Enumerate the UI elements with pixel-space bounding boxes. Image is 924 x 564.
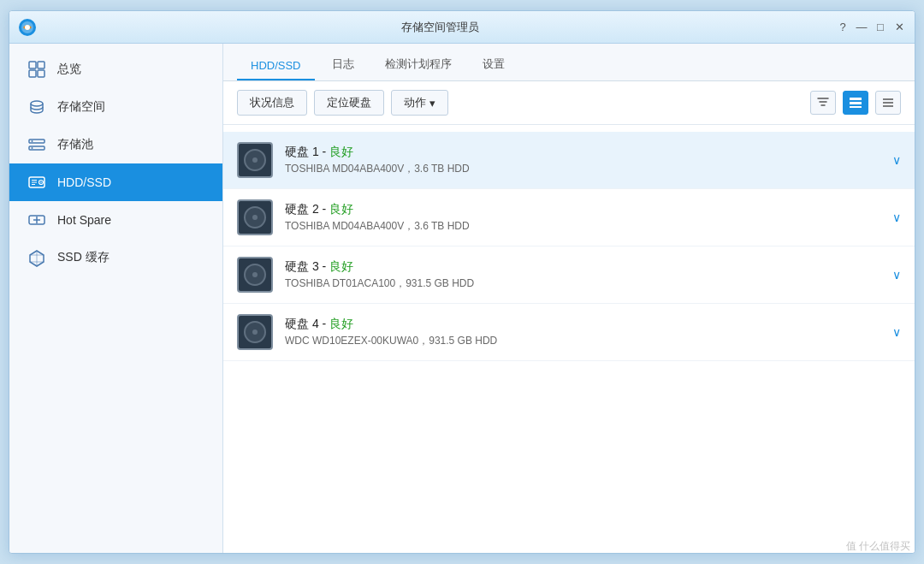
disk-info-2: 硬盘 2 - 良好 TOSHIBA MD04ABA400V，3.6 TB HDD xyxy=(285,202,886,234)
disk-status-3: 良好 xyxy=(329,259,353,273)
disk-info-3: 硬盘 3 - 良好 TOSHIBA DT01ACA100，931.5 GB HD… xyxy=(285,259,886,291)
sidebar-storage-pool-label: 存储池 xyxy=(57,137,93,152)
sidebar-overview-label: 总览 xyxy=(57,62,81,77)
sidebar-item-overview[interactable]: 总览 xyxy=(9,50,222,88)
maximize-button[interactable]: □ xyxy=(874,21,887,34)
disk-icon-dot-4 xyxy=(252,329,258,335)
sidebar-ssd-cache-label: SSD 缓存 xyxy=(57,250,110,265)
disk-icon-4 xyxy=(237,314,273,350)
disk-status-4: 良好 xyxy=(329,317,353,330)
sidebar-item-hot-spare[interactable]: Hot Spare xyxy=(9,201,222,239)
tab-detect-plan[interactable]: 检测计划程序 xyxy=(371,50,465,80)
disk-model-2: TOSHIBA MD04ABA400V，3.6 TB HDD xyxy=(285,219,886,234)
main-area: 总览 存储空间 xyxy=(9,44,915,553)
disk-list: 硬盘 1 - 良好 TOSHIBA MD04ABA400V，3.6 TB HDD… xyxy=(223,125,915,553)
disk-icon-3 xyxy=(237,257,273,293)
svg-point-11 xyxy=(32,147,33,149)
action-button[interactable]: 动作 ▾ xyxy=(391,90,448,116)
ssd-cache-icon xyxy=(27,247,47,268)
disk-icon-2 xyxy=(237,199,273,235)
sidebar-hdd-ssd-label: HDD/SSD xyxy=(57,175,111,189)
disk-item-1[interactable]: 硬盘 1 - 良好 TOSHIBA MD04ABA400V，3.6 TB HDD… xyxy=(223,132,915,189)
title-bar: 存储空间管理员 ? — □ ✕ xyxy=(9,11,915,44)
window-title: 存储空间管理员 xyxy=(44,20,836,35)
tab-settings[interactable]: 设置 xyxy=(469,50,518,80)
disk-separator-2: - xyxy=(323,202,330,216)
storage-space-icon xyxy=(27,97,47,117)
svg-rect-3 xyxy=(29,62,36,68)
disk-icon-dot-3 xyxy=(252,272,258,277)
disk-item-4[interactable]: 硬盘 4 - 良好 WDC WD10EZEX-00KUWA0，931.5 GB … xyxy=(223,304,915,361)
disk-status-2: 良好 xyxy=(329,202,353,216)
tab-log[interactable]: 日志 xyxy=(318,50,368,80)
locate-disk-button[interactable]: 定位硬盘 xyxy=(314,90,384,116)
list-view-button[interactable] xyxy=(843,91,868,115)
storage-pool-icon xyxy=(27,134,47,155)
disk-icon-inner-4 xyxy=(244,321,266,343)
minimize-button[interactable]: — xyxy=(855,21,868,34)
disk-icon-dot-2 xyxy=(252,215,258,220)
disk-name-3: 硬盘 3 xyxy=(285,259,319,273)
watermark: 值 什么值得买 xyxy=(846,539,910,554)
svg-point-2 xyxy=(25,25,30,30)
disk-info-1: 硬盘 1 - 良好 TOSHIBA MD04ABA400V，3.6 TB HDD xyxy=(285,145,886,176)
disk-chevron-4: ∨ xyxy=(892,325,901,339)
sidebar-item-hdd-ssd[interactable]: HDD/SSD xyxy=(9,163,222,201)
status-info-button[interactable]: 状况信息 xyxy=(237,90,307,116)
hdd-ssd-icon xyxy=(27,172,47,193)
disk-model-4: WDC WD10EZEX-00KUWA0，931.5 GB HDD xyxy=(285,334,886,348)
disk-status-1: 良好 xyxy=(329,145,353,158)
sidebar: 总览 存储空间 xyxy=(9,44,223,553)
disk-name-2: 硬盘 2 xyxy=(285,202,319,216)
disk-icon-inner-3 xyxy=(244,264,266,286)
disk-chevron-1: ∨ xyxy=(892,153,901,167)
svg-rect-27 xyxy=(850,106,862,108)
sidebar-item-storage-space[interactable]: 存储空间 xyxy=(9,88,222,126)
disk-icon-inner-1 xyxy=(244,149,266,171)
hot-spare-icon xyxy=(27,210,47,230)
sidebar-storage-space-label: 存储空间 xyxy=(57,99,105,115)
svg-rect-25 xyxy=(850,98,862,100)
main-window: 存储空间管理员 ? — □ ✕ 总览 xyxy=(9,10,915,554)
svg-point-10 xyxy=(32,140,33,142)
close-button[interactable]: ✕ xyxy=(892,21,906,34)
disk-item-2[interactable]: 硬盘 2 - 良好 TOSHIBA MD04ABA400V，3.6 TB HDD… xyxy=(223,189,915,246)
disk-chevron-3: ∨ xyxy=(892,268,901,282)
disk-icon-1 xyxy=(237,142,273,178)
disk-title-4: 硬盘 4 - 良好 xyxy=(285,317,886,332)
disk-title-1: 硬盘 1 - 良好 xyxy=(285,145,886,160)
disk-separator-3: - xyxy=(323,259,330,273)
disk-name-4: 硬盘 4 xyxy=(285,317,319,330)
tab-hdd-ssd[interactable]: HDD/SSD xyxy=(237,52,315,80)
menu-view-button[interactable] xyxy=(875,91,901,115)
overview-icon xyxy=(27,59,47,80)
disk-title-3: 硬盘 3 - 良好 xyxy=(285,259,886,275)
disk-title-2: 硬盘 2 - 良好 xyxy=(285,202,886,217)
disk-info-4: 硬盘 4 - 良好 WDC WD10EZEX-00KUWA0，931.5 GB … xyxy=(285,317,886,348)
svg-rect-26 xyxy=(850,102,862,104)
svg-rect-4 xyxy=(38,62,44,68)
svg-point-14 xyxy=(40,181,42,183)
disk-model-3: TOSHIBA DT01ACA100，931.5 GB HDD xyxy=(285,276,886,291)
disk-item-3[interactable]: 硬盘 3 - 良好 TOSHIBA DT01ACA100，931.5 GB HD… xyxy=(223,246,915,304)
disk-icon-dot-1 xyxy=(252,157,258,163)
toolbar: 状况信息 定位硬盘 动作 ▾ xyxy=(223,81,915,125)
sidebar-item-ssd-cache[interactable]: SSD 缓存 xyxy=(9,239,222,276)
disk-name-1: 硬盘 1 xyxy=(285,145,319,158)
content-area: HDD/SSD 日志 检测计划程序 设置 状况信息 定位硬盘 动作 ▾ xyxy=(223,44,915,553)
help-button[interactable]: ? xyxy=(836,21,850,34)
sidebar-item-storage-pool[interactable]: 存储池 xyxy=(9,126,222,163)
app-logo xyxy=(18,18,37,37)
disk-chevron-2: ∨ xyxy=(892,211,901,224)
disk-separator-1: - xyxy=(323,145,330,158)
filter-button[interactable] xyxy=(810,91,836,115)
action-arrow: ▾ xyxy=(429,97,435,110)
svg-rect-6 xyxy=(38,70,44,77)
disk-icon-inner-2 xyxy=(244,206,266,229)
disk-model-1: TOSHIBA MD04ABA400V，3.6 TB HDD xyxy=(285,162,886,176)
svg-rect-5 xyxy=(29,70,36,77)
tab-bar: HDD/SSD 日志 检测计划程序 设置 xyxy=(223,44,915,81)
svg-point-7 xyxy=(31,101,43,106)
window-controls: ? — □ ✕ xyxy=(836,21,906,34)
disk-separator-4: - xyxy=(323,317,330,330)
